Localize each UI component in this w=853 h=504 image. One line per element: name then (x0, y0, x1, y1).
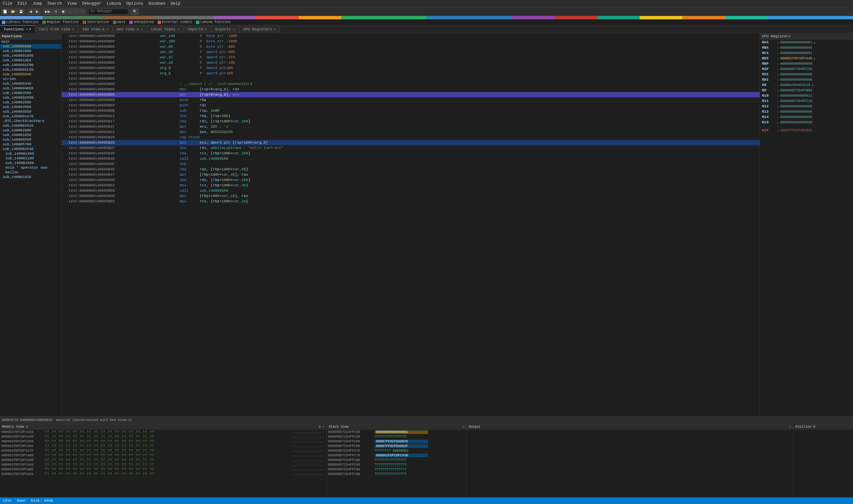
fn-item-9[interactable]: sub_1400004EE0 (0, 86, 61, 91)
reg-rip[interactable]: RIP ◂ 00007FF6CFDB5B05 (760, 128, 853, 133)
asm-row-mov-arg8[interactable]: · .text:0000000140005B00 mov [rsp+8+arg_… (62, 87, 760, 92)
mem-row-2[interactable]: 000001FDFC0FCA50 ?? ?? ?? ?? ?? ?? ?? ??… (0, 439, 326, 444)
fn-item-7[interactable]: strlen (0, 77, 61, 81)
menu-lumina[interactable]: Lumina (104, 1, 124, 7)
tab-functions[interactable]: Functions ✕ ■ (0, 25, 35, 33)
asm-row-mov-rcx[interactable]: · .text:0000000140005B52 mov rcx, [rbp+1… (62, 183, 760, 188)
reg-r12[interactable]: R12 ◂ 0000000000000000 (760, 104, 853, 109)
stack-row-1[interactable]: 000000D7CD4FFC58 ???????????????? (327, 434, 466, 439)
asm-row-call-600[interactable]: · .text:0000000140005B59 call sub_140005… (62, 188, 760, 193)
fn-item-15[interactable]: sub_1400001A70 (0, 114, 61, 119)
memory-view-1-controls[interactable]: ■ ✕ (319, 425, 324, 429)
menu-search[interactable]: Search (45, 1, 64, 7)
tab-ida-view[interactable]: IDA View-A ✕ (78, 25, 113, 33)
fn-item-24[interactable]: sub_140001100 (0, 156, 61, 161)
menu-debugger[interactable]: Debugger (79, 1, 104, 7)
stack-row-8[interactable]: 000000D7CD4FFC90 ???????????????? (327, 467, 466, 472)
fn-item-26[interactable]: void * operator new (0, 165, 61, 170)
asm-row-push-rbp[interactable]: · .text:0000000140005B09 push rbp (62, 97, 760, 103)
reg-r14[interactable]: R14 ◂ 0000000000000000 (760, 114, 853, 120)
tab-functions-close[interactable]: ✕ (26, 27, 28, 31)
toolbar-debugger-select[interactable]: No debugger (88, 9, 128, 15)
tab-local-types-close[interactable]: ✕ (177, 27, 179, 31)
tab-exports[interactable]: Exports ✕ (211, 25, 239, 33)
asm-row-mov-ecx-32[interactable]: · .text:0000000140005B1C mov ecx, 32h ; … (62, 124, 760, 129)
menu-options[interactable]: Options (124, 1, 146, 7)
asm-row-lea-rdi[interactable]: · .text:0000000140005B17 lea rdi, [rsp+1… (62, 119, 760, 124)
asm-row-push-rdi[interactable]: · .text:0000000140005B0A push rdi (62, 103, 760, 108)
mem-row-9[interactable]: 000001FDFC0FCAC0 ?? ?? ?? ?? ?? ?? ?? ??… (0, 472, 326, 476)
menu-edit[interactable]: Edit (15, 1, 30, 7)
reg-rbx[interactable]: RBX ◂ 0000000000000000 (760, 45, 853, 50)
asm-row-lea-rbp[interactable]: · .text:0000000140005B12 lea rbp, [rsp+2… (62, 113, 760, 119)
menu-help[interactable]: Help (168, 1, 183, 7)
asm-row-call-690[interactable]: · .text:0000000140005B3A call sub_140005… (62, 156, 760, 161)
stack-row-5[interactable]: 000000D7CD4FFC78 000001FDFC0FCA30 (327, 453, 466, 458)
stack-view-controls[interactable]: ✕ (463, 425, 464, 429)
toolbar-save[interactable]: 💾 (17, 9, 25, 15)
asm-row-var190[interactable]: .text:0000000140005B00 var_190 = byte pt… (62, 33, 760, 39)
asm-row-mov-var48[interactable]: · .text:0000000140005B47 mov [rbp+190h+v… (62, 172, 760, 177)
mem-row-4[interactable]: 000001FDFC0FCA70 ?? ?? ?? ?? ?? ?? ?? ??… (0, 448, 326, 453)
output-controls[interactable]: ✕ (790, 425, 791, 429)
toolbar-stop[interactable]: ⏹ (60, 9, 67, 15)
toolbar-step-into[interactable]: ↓ (67, 9, 72, 15)
reg-r15[interactable]: R15 ◂ 0000000000000000 (760, 120, 853, 125)
reg-r10[interactable]: R10 ◂ 0000000000000012 (760, 93, 853, 98)
fn-item-21[interactable]: sub_140005700 (0, 142, 61, 147)
toolbar-step-over[interactable]: → (73, 9, 80, 15)
menu-windows[interactable]: Windows (146, 1, 168, 7)
asm-row-arg8[interactable]: .text:0000000140005B00 arg_8 = qword ptr… (62, 71, 760, 76)
toolbar-back[interactable]: ◀ (28, 9, 34, 15)
fn-item-3[interactable]: sub_140001AE0 (0, 58, 61, 63)
tab-ida-view-close[interactable]: ✕ (106, 27, 108, 31)
fn-item-19[interactable]: sub_140001050 (0, 133, 61, 137)
asm-row-mov-ecx-dword[interactable]: · .text:0000000140005B28 mov ecx, dword … (62, 140, 760, 145)
asm-row-var18[interactable]: .text:0000000140005B00 var_18 = qword pt… (62, 60, 760, 65)
reg-rax[interactable]: RAX ◂ 0000000000000001 ▸ (760, 40, 853, 45)
asm-row-var2c[interactable]: .text:0000000140005B00 var_2C = dword pt… (62, 55, 760, 60)
asm-row-comment[interactable]: .text:0000000140005B00 ; __unwind { // _… (62, 81, 760, 87)
asm-row-mov-var18[interactable]: · .text:0000000140005B5E mov [rbp+190h+v… (62, 193, 760, 199)
functions-list[interactable]: main sub_140005690 sub_140001000 sub_140… (0, 40, 61, 416)
tab-call-tree[interactable]: Call tree view ✕ (35, 25, 78, 33)
toolbar-search[interactable]: 🔍 (131, 9, 139, 15)
fn-item-13[interactable]: sub_140003580 (0, 105, 61, 109)
reg-r8[interactable]: R8 ◂ 000001FDA463C10 ▸ (760, 82, 853, 88)
tab-imports-close[interactable]: ✕ (205, 27, 207, 31)
fn-item-1[interactable]: sub_140001000 (0, 49, 61, 53)
asm-row-mov-eax-cc[interactable]: · .text:0000000140005B21 mov eax, 0CCCCC… (62, 129, 760, 135)
toolbar-new[interactable]: 📄 (1, 9, 9, 15)
mem-row-7[interactable]: 000001FDFC0FCAA0 ?? ?? ?? ?? ?? ?? ?? ??… (0, 462, 326, 467)
fn-item-22[interactable]: sub_1400002FA0 (0, 147, 61, 151)
asm-row-selected[interactable]: · .text:0000000140005B05 mov [rsp+8+arg_… (62, 92, 760, 97)
asm-row-sub-rsp[interactable]: · .text:0000000140005B0B sub rsp, 1A8h (62, 108, 760, 113)
fn-item-18[interactable]: sub_140002880 (0, 128, 61, 133)
fn-item-27[interactable]: malloc (0, 170, 61, 175)
fn-item-4[interactable]: sub_1400001C60 (0, 63, 61, 67)
asm-row-mov-rcx2[interactable]: · .text:0000000140005B65 mov rcx, [rbp+1… (62, 199, 760, 204)
reg-rbp[interactable]: RBP ◂ 0000000000000000 (760, 61, 853, 66)
reg-rsi[interactable]: RSI ◂ 0000000000000000 (760, 72, 853, 77)
stack-row-0[interactable]: 000000D7CD4FFC50 0000000000000001 (327, 430, 466, 434)
asm-row-var88[interactable]: .text:0000000140005B00 var_88 = byte ptr… (62, 44, 760, 49)
stack-row-6[interactable]: 000000D7CD4FFC80 ???????????????? (327, 458, 466, 462)
fn-item-0[interactable]: sub_140005690 (0, 44, 61, 49)
mem-row-0[interactable]: 000001FDFC0FCA30 ?? ?? ?? ?? ?? ?? ?? ??… (0, 430, 326, 434)
asm-row-var188[interactable]: .text:0000000140005B00 var_188 = byte pt… (62, 39, 760, 44)
fn-item-16[interactable]: _RTC_CheckStackVars (0, 119, 61, 123)
tab-exports-close[interactable]: ✕ (233, 27, 235, 31)
fn-item-2[interactable]: sub_1400001B50 (0, 53, 61, 58)
fn-item-25[interactable]: sub_140002680 (0, 161, 61, 165)
asm-row-arg0[interactable]: .text:0000000140005B00 arg_0 = dword ptr… (62, 65, 760, 71)
tab-call-tree-close[interactable]: ✕ (72, 27, 74, 31)
stack-row-7[interactable]: 000000D7CD4FFC88 ???????????????? (327, 462, 466, 467)
reg-rdx[interactable]: RDX ◂ 000001FDFC0FCA30 ▸ (760, 56, 853, 61)
toolbar-fwd[interactable]: ▶ (34, 9, 40, 15)
menu-jump[interactable]: Jump (30, 1, 45, 7)
reg-r13[interactable]: R13 ◂ 0000000000000000 (760, 109, 853, 114)
tab-imports[interactable]: Imports ✕ (184, 25, 211, 33)
asm-row-lea-rax[interactable]: · .text:0000000140005B40 lea rax, [rbp+1… (62, 167, 760, 172)
mem-row-8[interactable]: 000001FDFC0FCAB0 ?? ?? ?? ?? ?? ?? ?? ??… (0, 467, 326, 472)
reg-r9[interactable]: R9 ◂ 000000D7CD4FFB68 (760, 88, 853, 93)
